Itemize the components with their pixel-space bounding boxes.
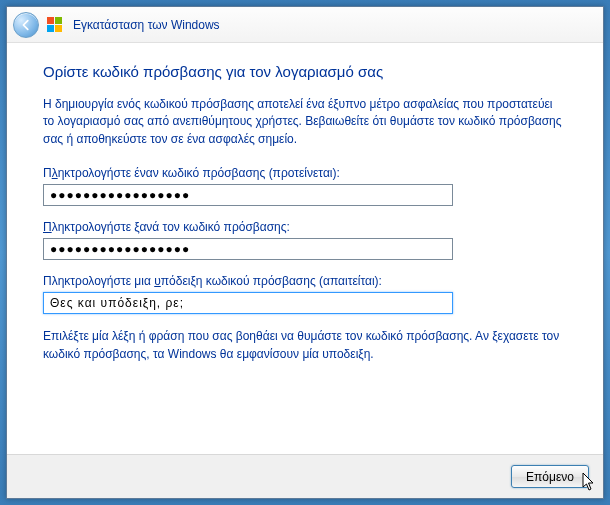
hint-label: Πληκτρολογήστε μια υπόδειξη κωδικού πρόσ… [43, 274, 567, 288]
page-description: Η δημιουργία ενός κωδικού πρόσβασης αποτ… [43, 96, 567, 148]
page-heading: Ορίστε κωδικό πρόσβασης για τον λογαριασ… [43, 63, 567, 80]
window-title: Εγκατάσταση των Windows [73, 18, 220, 32]
password-label: Πληκτρολογήστε έναν κωδικό πρόσβασης (πρ… [43, 166, 567, 180]
content-area: Ορίστε κωδικό πρόσβασης για τον λογαριασ… [7, 43, 603, 454]
footer: Επόμενο [7, 454, 603, 498]
confirm-password-label: Πληκτρολογήστε ξανά τον κωδικό πρόσβασης… [43, 220, 567, 234]
windows-logo-icon [47, 17, 63, 33]
back-button[interactable] [13, 12, 39, 38]
hint-input[interactable] [43, 292, 453, 314]
titlebar: Εγκατάσταση των Windows [7, 7, 603, 43]
next-button[interactable]: Επόμενο [511, 465, 589, 488]
back-arrow-icon [19, 18, 33, 32]
setup-window: Εγκατάσταση των Windows Ορίστε κωδικό πρ… [6, 6, 604, 499]
confirm-password-input[interactable] [43, 238, 453, 260]
password-input[interactable] [43, 184, 453, 206]
hint-help-text: Επιλέξτε μία λέξη ή φράση που σας βοηθάε… [43, 328, 567, 363]
